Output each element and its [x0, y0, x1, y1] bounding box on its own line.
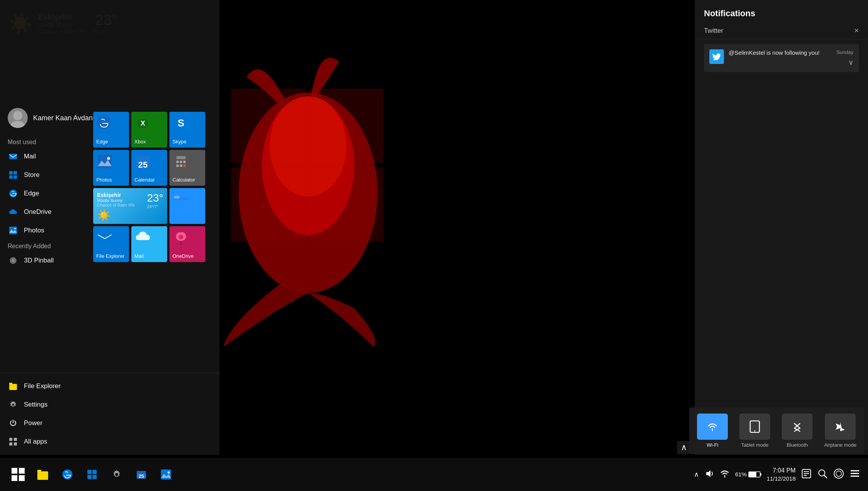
qs-airplane-label: Airplane mode — [824, 442, 856, 448]
svg-point-8 — [11, 121, 25, 128]
svg-rect-49 — [98, 233, 112, 242]
chevron-up-button[interactable]: ∧ — [677, 441, 691, 454]
task-view-button[interactable] — [850, 468, 860, 481]
svg-text:25: 25 — [139, 474, 144, 479]
notif-card[interactable]: @SelimKestel is now following you! Sunda… — [704, 44, 859, 72]
svg-point-6 — [270, 96, 347, 197]
svg-rect-48 — [174, 196, 179, 199]
battery-area[interactable]: 61% — [735, 471, 761, 478]
sidebar-item-file-explorer[interactable]: File Explorer — [0, 377, 220, 395]
tablet-icon-box[interactable] — [739, 414, 770, 440]
svg-rect-54 — [19, 468, 25, 474]
svg-rect-10 — [9, 171, 13, 175]
taskbar-store[interactable] — [82, 464, 102, 485]
svg-rect-78 — [804, 475, 807, 476]
airplane-icon-box[interactable] — [825, 414, 856, 440]
svg-rect-24 — [9, 438, 12, 441]
taskbar-settings[interactable] — [106, 464, 127, 485]
tile-xbox-label: Xbox — [134, 139, 146, 145]
taskbar-clock[interactable]: 7:04 PM 11/12/2018 — [767, 467, 796, 482]
svg-rect-69 — [161, 469, 171, 479]
qs-bluetooth[interactable]: Bluetooth — [782, 414, 813, 448]
svg-rect-57 — [37, 471, 48, 480]
volume-icon[interactable] — [704, 469, 714, 480]
action-center-button[interactable] — [801, 468, 812, 481]
start-button[interactable] — [8, 464, 28, 485]
tile-photos-label: Photos — [96, 177, 112, 183]
tile-file-explorer[interactable] — [169, 188, 205, 224]
svg-rect-13 — [13, 175, 17, 179]
sidebar-file-explorer-label: File Explorer — [24, 382, 60, 390]
tile-onedrive[interactable]: Mail — [131, 226, 167, 262]
sidebar-item-power[interactable]: Power — [0, 414, 220, 432]
svg-rect-21 — [9, 383, 12, 385]
tile-photos[interactable]: Photos — [93, 150, 129, 186]
svg-rect-53 — [12, 468, 17, 474]
wifi-tray-icon[interactable] — [720, 469, 730, 480]
svg-rect-41 — [176, 161, 179, 163]
svg-point-71 — [168, 471, 170, 474]
svg-rect-43 — [183, 161, 186, 163]
notif-app-row: Twitter × — [695, 22, 868, 39]
sidebar-item-mail-label: Mail — [24, 153, 36, 160]
taskbar-file-explorer[interactable] — [32, 464, 53, 485]
taskbar-calendar[interactable]: 25 — [131, 464, 152, 485]
tile-edge[interactable]: Edge — [93, 112, 129, 148]
tile-calendar-label: Calendar — [134, 177, 155, 183]
qs-bluetooth-label: Bluetooth — [787, 442, 808, 448]
sidebar-item-store-label: Store — [24, 171, 40, 179]
taskbar-photos[interactable] — [156, 464, 176, 485]
tile-calculator[interactable]: Calculator — [169, 150, 205, 186]
svg-rect-45 — [180, 165, 182, 167]
3dpinball-icon — [8, 255, 18, 266]
tile-skype[interactable]: S Skype — [169, 112, 205, 148]
taskbar-search[interactable] — [817, 468, 828, 481]
notif-close-button[interactable]: × — [854, 26, 859, 35]
svg-point-52 — [754, 430, 756, 432]
svg-rect-82 — [851, 470, 859, 471]
svg-rect-33 — [98, 155, 112, 168]
sidebar-item-settings[interactable]: Settings — [0, 395, 220, 414]
wifi-icon-box[interactable] — [697, 414, 728, 440]
twitter-icon — [709, 49, 724, 64]
svg-rect-62 — [87, 475, 92, 479]
svg-rect-58 — [37, 470, 41, 472]
notifications-header: Notifications — [695, 0, 868, 22]
notif-card-time: Sunday — [836, 49, 853, 55]
start-menu-bottom: File Explorer Settings Power All apps — [0, 373, 220, 455]
tray-expand[interactable]: ∧ — [694, 470, 699, 479]
tile-grid: Edge X Xbox S Skype Photos 25 Calendar C… — [93, 112, 205, 262]
svg-text:X: X — [141, 119, 145, 127]
tile-xbox[interactable]: X Xbox — [131, 112, 167, 148]
qs-wifi[interactable]: Wi-Fi — [697, 414, 728, 448]
system-tray: ∧ 61% — [694, 469, 761, 480]
bluetooth-icon-box[interactable] — [782, 414, 813, 440]
tile-calendar[interactable]: 25 Calendar — [131, 150, 167, 186]
taskbar-left: 25 — [8, 464, 176, 485]
settings-icon — [8, 399, 18, 410]
svg-rect-84 — [851, 476, 859, 477]
sidebar-all-apps-label: All apps — [24, 438, 47, 446]
svg-rect-26 — [9, 442, 12, 446]
file-explorer-icon — [8, 381, 18, 392]
svg-rect-12 — [9, 175, 13, 179]
svg-point-81 — [836, 471, 841, 476]
avatar[interactable] — [8, 108, 28, 128]
svg-rect-83 — [851, 473, 859, 474]
qs-tablet[interactable]: Tablet mode — [739, 414, 770, 448]
qs-airplane[interactable]: Airplane mode — [824, 414, 856, 448]
tile-weather[interactable]: Eskişehir Mostly Sunny Chance of Rain: 0… — [93, 188, 167, 224]
cortana-button[interactable] — [833, 468, 844, 481]
sidebar-item-3dpinball-label: 3D Pinball — [24, 257, 54, 264]
notif-card-text: @SelimKestel is now following you! — [729, 49, 819, 56]
tile-onedrive-label: Mail — [134, 253, 144, 259]
sidebar-item-all-apps[interactable]: All apps — [0, 432, 220, 451]
tile-paint3d[interactable]: OneDrive — [169, 226, 205, 262]
tile-mail[interactable]: File Explorer — [93, 226, 129, 262]
svg-rect-15 — [9, 227, 17, 234]
tile-mail-label: File Explorer — [96, 253, 124, 259]
taskbar-time: 7:04 PM — [767, 467, 796, 475]
svg-rect-27 — [14, 442, 17, 446]
taskbar-edge[interactable] — [57, 464, 78, 485]
notif-expand-icon[interactable]: ∨ — [848, 58, 853, 67]
